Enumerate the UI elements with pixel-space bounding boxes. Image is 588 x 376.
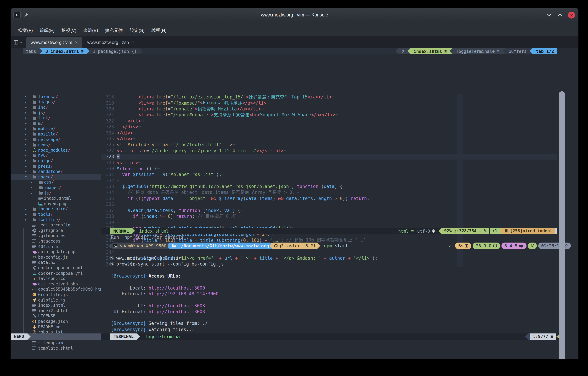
chevron-right-icon[interactable]: ▸ <box>25 164 27 169</box>
node-icon <box>32 147 37 153</box>
chevron-right-icon[interactable]: ▸ <box>25 147 27 153</box>
tree-item-thunderbird[interactable]: ▸thunderbird/ <box>11 206 101 212</box>
tree-item-label: Gruntfile.js <box>38 292 68 297</box>
tree-item-google955345b65bfc90e0.htm[interactable]: <>google955345b65bfc90e0.htm <box>11 287 101 292</box>
menu-item-4[interactable]: 擴充元件 <box>101 26 126 34</box>
tree-item-.gitignore[interactable]: .gitignore <box>11 228 101 233</box>
minimize-button[interactable] <box>546 12 552 18</box>
nerdtree-sidebar[interactable]: ▸foxmosa/▸images/▸inc/▸js/▸link/▸m/▸mobi… <box>11 48 101 359</box>
chevron-right-icon[interactable]: ▸ <box>25 94 27 99</box>
chevron-right-icon[interactable]: ▸ <box>25 206 27 212</box>
line-number: 326 <box>101 142 114 147</box>
tree-item-sitemap.xml[interactable]: sitemap.xml <box>11 340 101 345</box>
tree-item-news[interactable]: ▸news/ <box>11 142 101 147</box>
tree-item-css[interactable]: ▸css/ <box>11 180 101 185</box>
filelines-icon <box>32 244 37 249</box>
scrollbar-thumb[interactable] <box>559 91 565 359</box>
tree-item-docker-apache.conf[interactable]: docker-apache.conf <box>11 265 101 271</box>
tree-item-js[interactable]: ▸js/ <box>11 190 101 196</box>
menu-item-0[interactable]: 檔案(F) <box>15 26 36 34</box>
tree-item-netscape[interactable]: ▸netscape/ <box>11 137 101 142</box>
chevron-right-icon[interactable]: ▸ <box>25 110 27 115</box>
tree-item-foxmosa[interactable]: ▸foxmosa/ <box>11 94 101 99</box>
tree-item-outgo[interactable]: ▸outgo/ <box>11 158 101 164</box>
tree-item-Gruntfile.js[interactable]: Gruntfile.js <box>11 292 101 297</box>
chevron-right-icon[interactable]: ▸ <box>25 142 27 147</box>
tab-close-icon[interactable]: × <box>132 40 134 45</box>
tree-item-moved.png[interactable]: moved.png <box>11 201 101 206</box>
window-titlebar[interactable]: > www.moztw.org : vim — Konsole <box>11 8 578 22</box>
chevron-right-icon[interactable]: ▸ <box>31 190 33 196</box>
php-icon <box>519 244 523 248</box>
chevron-right-icon[interactable]: ▸ <box>25 158 27 164</box>
filelines-icon <box>32 222 37 228</box>
tree-item-template.shtml[interactable]: template.shtml <box>11 345 101 351</box>
menu-item-6[interactable]: 說明(H) <box>148 26 170 34</box>
close-button[interactable] <box>568 11 575 18</box>
menu-item-2[interactable]: 檢視(V) <box>58 26 80 34</box>
tree-item-favicon.ico[interactable]: ★favicon.ico <box>11 276 101 281</box>
chevron-right-icon[interactable]: ▸ <box>25 115 27 121</box>
menu-item-3[interactable]: 書籤(B) <box>80 26 102 34</box>
pin-icon[interactable] <box>23 12 28 17</box>
chevron-right-icon[interactable]: ▸ <box>25 126 27 131</box>
prompt-user-segment: yuan@Yuan-XPS-9500 <box>111 242 171 249</box>
chevron-right-icon[interactable]: ▸ <box>25 212 27 217</box>
chevron-right-icon[interactable]: ▸ <box>25 169 27 174</box>
maximize-button[interactable] <box>557 12 563 18</box>
tree-item-press[interactable]: ▸press/ <box>11 164 101 169</box>
chevron-right-icon[interactable]: ▸ <box>25 105 27 110</box>
tree-item-space[interactable]: ▾space/ <box>11 174 101 180</box>
tree-item-tools[interactable]: ▸tools/ <box>11 212 101 217</box>
tree-item-index2.shtml[interactable]: index2.shtml <box>11 308 101 313</box>
new-tab-button[interactable] <box>11 37 26 48</box>
tree-item-m[interactable]: ▸m/ <box>11 121 101 126</box>
tree-item-link[interactable]: ▸link/ <box>11 115 101 121</box>
chevron-right-icon[interactable]: ▸ <box>31 185 33 190</box>
tree-item-docker-compose.yml[interactable]: docker-compose.yml <box>11 271 101 276</box>
line-number: 319 <box>101 100 114 105</box>
tree-item-package.json[interactable]: {}package.json <box>11 319 101 324</box>
chevron-right-icon[interactable]: ▸ <box>25 137 27 142</box>
tree-item-label: press/ <box>38 164 53 169</box>
tree-item-.htaccess[interactable]: .htaccess <box>11 239 101 244</box>
tree-item-images[interactable]: ▸images/ <box>11 99 101 105</box>
menu-item-5[interactable]: 設定(S) <box>126 26 148 34</box>
menu-item-1[interactable]: 編輯(E) <box>36 26 58 34</box>
konsole-tab-0[interactable]: www.moztw.org : vim× <box>26 37 82 48</box>
php-icon <box>32 249 37 255</box>
tree-item-.gitmodules[interactable]: .gitmodules <box>11 233 101 239</box>
tree-item-LICENSE[interactable]: LICENSE <box>11 313 101 319</box>
tree-item-nvu[interactable]: ▸nvu/ <box>11 153 101 158</box>
tree-item-auto_update.php[interactable]: auto_update.php <box>11 249 101 255</box>
tree-item-node_modules[interactable]: ▸node_modules/ <box>11 147 101 153</box>
konsole-tab-1[interactable]: www.moztw.org : zsh× <box>82 37 139 48</box>
tree-item-twoffice[interactable]: ▸twoffice/ <box>11 217 101 222</box>
tree-item-mobile[interactable]: ▸mobile/ <box>11 126 101 131</box>
chevron-right-icon[interactable]: ▸ <box>25 99 27 105</box>
tab-close-icon[interactable]: × <box>75 40 78 45</box>
tree-item-index.shtml[interactable]: index.shtml <box>11 303 101 308</box>
tree-item-inc[interactable]: ▸inc/ <box>11 105 101 110</box>
node-icon <box>493 244 497 248</box>
chevron-down-icon[interactable]: ▾ <box>25 174 27 180</box>
chevron-right-icon[interactable]: ▸ <box>31 180 33 185</box>
chevron-right-icon[interactable]: ▸ <box>25 153 27 158</box>
tree-item-sandstone[interactable]: ▸sandstone/ <box>11 169 101 174</box>
tree-item-index.shtml[interactable]: index.shtml <box>11 196 101 201</box>
tree-item-data.n3[interactable]: data.n3 <box>11 260 101 265</box>
tree-item-README.md[interactable]: README.md <box>11 324 101 330</box>
tree-item-bs-config.js[interactable]: JSbs-config.js <box>11 255 101 260</box>
tree-item-js[interactable]: ▸js/ <box>11 110 101 115</box>
tree-item-git-received.php[interactable]: git-received.php <box>11 281 101 287</box>
code-line-321: 321 <li><a href="/space#donate">支持摩茲工寮營運… <box>101 112 557 118</box>
chevron-right-icon[interactable]: ▸ <box>25 217 27 222</box>
tree-item-label: template.shtml <box>38 346 73 351</box>
chevron-right-icon[interactable]: ▸ <box>25 131 27 137</box>
chevron-right-icon[interactable]: ▸ <box>25 121 27 126</box>
tree-item-gulpfile.js[interactable]: gulpfile.js <box>11 297 101 303</box>
tree-item-.editorconfig[interactable]: .editorconfig <box>11 222 101 228</box>
tree-item-mozilla[interactable]: ▸mozilla/ <box>11 131 101 137</box>
tree-item-images[interactable]: ▸images/ <box>11 185 101 190</box>
tree-item-404.shtml[interactable]: 404.shtml <box>11 244 101 249</box>
